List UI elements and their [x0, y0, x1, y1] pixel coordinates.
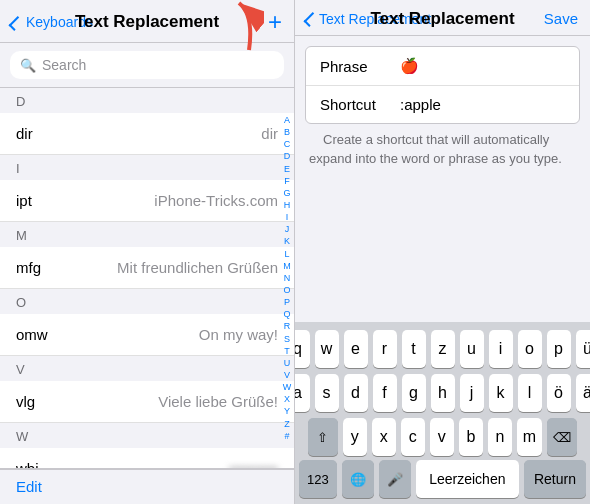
alpha-a[interactable]: A [282, 114, 292, 126]
key-a-umlaut[interactable]: ä [576, 374, 591, 412]
left-panel: Keyboards Text Replacement + 🔍 Search D … [0, 0, 295, 504]
keyboard-row-bottom: 123 🌐 🎤 Leerzeichen Return [295, 460, 590, 504]
list-item-value: Mit freundlichen Grüßen [117, 259, 278, 276]
alpha-s[interactable]: S [282, 333, 292, 345]
key-b[interactable]: b [459, 418, 483, 456]
save-button[interactable]: Save [544, 10, 578, 27]
key-g[interactable]: g [402, 374, 426, 412]
key-i[interactable]: i [489, 330, 513, 368]
right-back-chevron-icon [304, 12, 319, 27]
alpha-m[interactable]: M [282, 260, 292, 272]
alpha-v[interactable]: V [282, 369, 292, 381]
section-header-m: M [0, 222, 294, 247]
alpha-x[interactable]: X [282, 393, 292, 405]
key-v[interactable]: v [430, 418, 454, 456]
search-bar[interactable]: 🔍 Search [10, 51, 284, 79]
key-j[interactable]: j [460, 374, 484, 412]
alpha-l[interactable]: L [282, 248, 292, 260]
alpha-y[interactable]: Y [282, 405, 292, 417]
alpha-w[interactable]: W [282, 381, 292, 393]
hint-container: Create a shortcut that will automaticall… [295, 130, 590, 168]
key-o[interactable]: o [518, 330, 542, 368]
alpha-g[interactable]: G [282, 187, 292, 199]
alpha-f[interactable]: F [282, 175, 292, 187]
keyboard-area: q w e r t z u i o p ü a s d f g h j [295, 322, 590, 504]
key-d[interactable]: d [344, 374, 368, 412]
alpha-o[interactable]: O [282, 284, 292, 296]
shortcut-value[interactable]: :apple [400, 96, 441, 113]
add-button[interactable]: + [268, 10, 282, 34]
key-return[interactable]: Return [524, 460, 586, 498]
alpha-hash[interactable]: # [282, 430, 292, 442]
alpha-e[interactable]: E [282, 163, 292, 175]
list-item[interactable]: dir dir [0, 113, 294, 155]
alpha-t[interactable]: T [282, 345, 292, 357]
key-f[interactable]: f [373, 374, 397, 412]
phrase-value[interactable]: 🍎 [400, 57, 419, 75]
list-item-key: dir [16, 125, 33, 142]
phrase-section: Phrase 🍎 Shortcut :apple [305, 46, 580, 124]
key-w[interactable]: w [315, 330, 339, 368]
list-item[interactable]: ipt iPhone-Tricks.com [0, 180, 294, 222]
alpha-j[interactable]: J [282, 223, 292, 235]
key-r[interactable]: r [373, 330, 397, 368]
alpha-d[interactable]: D [282, 151, 292, 163]
section-header-w: W [0, 423, 294, 448]
shortcut-label: Shortcut [320, 96, 400, 113]
key-m[interactable]: m [517, 418, 542, 456]
alphabet-bar[interactable]: A B C D E F G H I J K L M N O P Q R S T … [282, 114, 292, 442]
alpha-r[interactable]: R [282, 320, 292, 332]
section-header-o: O [0, 289, 294, 314]
key-t[interactable]: t [402, 330, 426, 368]
key-o-umlaut[interactable]: ö [547, 374, 571, 412]
alpha-k[interactable]: K [282, 236, 292, 248]
back-chevron-icon [9, 16, 24, 31]
key-123[interactable]: 123 [299, 460, 337, 498]
list-item[interactable]: vlg Viele liebe Grüße! [0, 381, 294, 423]
alpha-c[interactable]: C [282, 138, 292, 150]
alpha-u[interactable]: U [282, 357, 292, 369]
key-shift[interactable]: ⇧ [308, 418, 338, 456]
key-l[interactable]: l [518, 374, 542, 412]
right-panel: Text Replacement Text Replacement Save P… [295, 0, 590, 504]
shortcut-row: Shortcut :apple [306, 86, 579, 123]
alpha-b[interactable]: B [282, 126, 292, 138]
key-space[interactable]: Leerzeichen [416, 460, 519, 498]
list-item[interactable]: mfg Mit freundlichen Grüßen [0, 247, 294, 289]
key-globe[interactable]: 🌐 [342, 460, 374, 498]
search-icon: 🔍 [20, 58, 36, 73]
keyboard-row-1: q w e r t z u i o p ü [299, 330, 586, 368]
key-c[interactable]: c [401, 418, 425, 456]
hint-text: Create a shortcut that will automaticall… [309, 126, 576, 176]
phrase-row: Phrase 🍎 [306, 47, 579, 86]
keyboard-row-3: ⇧ y x c v b n m ⌫ [299, 418, 586, 456]
list-item-key: vlg [16, 393, 35, 410]
edit-button[interactable]: Edit [16, 478, 42, 495]
alpha-q[interactable]: Q [282, 308, 292, 320]
key-n[interactable]: n [488, 418, 512, 456]
key-z[interactable]: z [431, 330, 455, 368]
key-u-umlaut[interactable]: ü [576, 330, 591, 368]
key-mic[interactable]: 🎤 [379, 460, 411, 498]
left-footer: Edit [0, 469, 294, 504]
key-p[interactable]: p [547, 330, 571, 368]
key-delete[interactable]: ⌫ [547, 418, 577, 456]
alpha-p[interactable]: P [282, 296, 292, 308]
key-x[interactable]: x [372, 418, 396, 456]
alpha-n[interactable]: N [282, 272, 292, 284]
list-item-value: dir [261, 125, 278, 142]
list-item[interactable]: omw On my way! [0, 314, 294, 356]
alpha-i[interactable]: I [282, 211, 292, 223]
key-y[interactable]: y [343, 418, 367, 456]
list-item-value-blurred: •••••••••• [229, 461, 278, 470]
list-item[interactable]: wbi •••••••••• [0, 448, 294, 469]
alpha-h[interactable]: H [282, 199, 292, 211]
list-item-value: On my way! [199, 326, 278, 343]
key-s[interactable]: s [315, 374, 339, 412]
right-panel-title: Text Replacement [370, 9, 514, 29]
key-u[interactable]: u [460, 330, 484, 368]
key-h[interactable]: h [431, 374, 455, 412]
key-e[interactable]: e [344, 330, 368, 368]
key-k[interactable]: k [489, 374, 513, 412]
alpha-z[interactable]: Z [282, 418, 292, 430]
